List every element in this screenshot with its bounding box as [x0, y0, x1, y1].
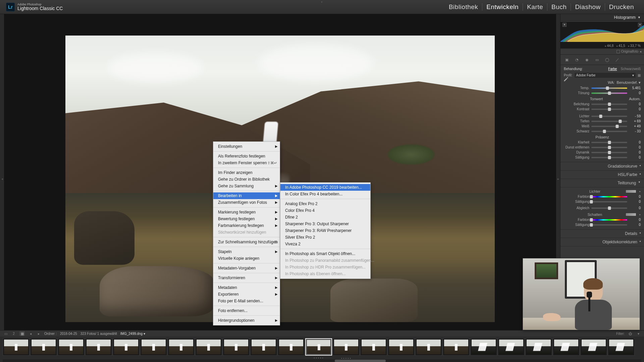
whites-slider[interactable] — [591, 126, 627, 127]
ctx-metadata-presets[interactable]: Metadaten-Vorgaben▶ — [213, 265, 280, 272]
filmstrip-thumb[interactable]: • • • • • — [333, 338, 360, 356]
split-hi-picker-icon[interactable]: ▪ — [636, 189, 641, 193]
clarity-value[interactable]: 0 — [629, 140, 641, 144]
saturation-value[interactable]: 0 — [629, 156, 641, 159]
filmstrip-menu-icon[interactable]: ▾ — [636, 331, 641, 336]
filter-switch-icon[interactable]: ⏻ — [628, 331, 633, 336]
dehaze-slider[interactable] — [591, 147, 627, 148]
filmstrip-thumb[interactable] — [360, 338, 387, 356]
sub-silver-efex[interactable]: Silver Efex Pro 2 — [280, 234, 370, 241]
highlights-slider[interactable] — [591, 116, 627, 117]
monitor-2-button[interactable]: 2 — [11, 331, 16, 336]
ctx-show-in-finder[interactable]: Im Finder anzeigen — [213, 169, 280, 176]
spot-tool-icon[interactable]: ◔ — [573, 56, 581, 63]
filmstrip-thumb[interactable]: • • • • • — [305, 338, 332, 356]
split-hi-hue-slider[interactable] — [591, 196, 627, 197]
filmstrip-thumb[interactable] — [553, 338, 580, 356]
split-sh-picker-icon[interactable]: ▪ — [636, 213, 641, 217]
ctx-set-color-label[interactable]: Farbmarkierung festlegen▶ — [213, 222, 280, 229]
blacks-slider[interactable] — [591, 131, 627, 132]
filmstrip-thumb[interactable] — [195, 338, 222, 356]
filmstrip-thumb[interactable] — [525, 338, 552, 356]
ctx-set-reference[interactable]: Als Referenzfoto festlegen — [213, 153, 280, 160]
filmstrip-thumb[interactable] — [250, 338, 277, 356]
folder-name[interactable]: 2018-04-25 — [60, 332, 77, 336]
blacks-value[interactable]: - 33 — [629, 129, 641, 133]
split-sh-sat-slider[interactable] — [591, 224, 627, 226]
filmstrip-thumb[interactable] — [415, 338, 442, 356]
split-tone-header[interactable]: Teiltonung▼ — [560, 179, 644, 187]
ctx-edit-in[interactable]: Bearbeiten in▶ — [213, 192, 280, 199]
split-hi-preview[interactable] — [626, 190, 636, 193]
split-balance-slider[interactable] — [591, 207, 627, 209]
vibrance-slider[interactable] — [591, 152, 627, 153]
tonecurve-header[interactable]: Gradationskurve◂ — [560, 162, 644, 171]
left-panel-collapse[interactable]: ◂ — [0, 14, 4, 344]
ctx-set-rating[interactable]: Bewertung festlegen▶ — [213, 216, 280, 222]
top-grip[interactable]: ▾ — [321, 0, 323, 4]
split-sh-preview[interactable] — [626, 213, 636, 216]
ctx-photo-merge[interactable]: Zusammenfügen von Fotos▶ — [213, 199, 280, 206]
monitor-1-button[interactable]: ▭ — [3, 331, 8, 336]
highlights-value[interactable]: - 59 — [629, 114, 641, 118]
sub-edit-in-colorefex[interactable]: In Color Efex Pro 4 bearbeiten... — [280, 191, 370, 197]
filmstrip-thumb[interactable] — [113, 338, 140, 356]
radial-tool-icon[interactable]: ◯ — [603, 56, 611, 63]
split-hi-hue-value[interactable]: 0 — [629, 195, 641, 198]
profile-select[interactable]: Adobe Farbe▾ — [575, 73, 636, 78]
brush-tool-icon[interactable]: ／ — [613, 56, 621, 63]
original-photo-row[interactable]: Originalfoto◂ — [560, 49, 644, 55]
split-sh-hue-value[interactable]: 0 — [629, 218, 641, 222]
temp-value[interactable]: 5.481 — [629, 86, 641, 90]
nav-fwd-icon[interactable]: ▸ — [36, 331, 41, 336]
ctx-export[interactable]: Exportieren▶ — [213, 291, 280, 298]
filmstrip-thumb[interactable] — [278, 338, 305, 356]
split-balance-value[interactable]: 0 — [629, 206, 641, 210]
shadows-value[interactable]: + 69 — [629, 119, 641, 123]
exposure-slider[interactable] — [591, 104, 627, 105]
temp-slider[interactable] — [591, 87, 627, 89]
ctx-remove-photo[interactable]: Foto entfernen... — [213, 307, 280, 314]
filmstrip-thumb[interactable] — [608, 338, 635, 356]
filename[interactable]: IMG_2499.dng ▾ — [120, 332, 145, 336]
sub-analog-efex[interactable]: Analog Efex Pro 2 — [280, 200, 370, 207]
detail-header[interactable]: Details◂ — [560, 230, 644, 238]
redeye-tool-icon[interactable]: ◉ — [583, 56, 591, 63]
filmstrip-thumb[interactable] — [30, 338, 57, 356]
highlight-clip-icon[interactable] — [638, 23, 642, 27]
treatment-color[interactable]: Farbe — [608, 67, 617, 71]
ctx-lock-second-window[interactable]: In zweitem Fenster sperren⇧⌘↵ — [213, 160, 280, 166]
nav-book[interactable]: Buch — [547, 3, 571, 11]
nav-slideshow[interactable]: Diashow — [571, 3, 605, 11]
sub-edit-in-photoshop[interactable]: In Adobe Photoshop CC 2019 bearbeiten... — [280, 184, 370, 191]
dehaze-value[interactable]: 0 — [629, 145, 641, 149]
filmstrip-thumb[interactable] — [223, 338, 250, 356]
sub-color-efex[interactable]: Color Efex Pro 4 — [280, 207, 370, 214]
nav-library[interactable]: Bibliothek — [445, 3, 482, 11]
split-hi-sat-value[interactable]: 0 — [629, 200, 641, 203]
split-sh-hue-slider[interactable] — [591, 219, 627, 221]
filmstrip-thumb[interactable] — [443, 338, 470, 356]
ctx-background-options[interactable]: Hintergrundoptionen▶ — [213, 317, 280, 324]
shadow-clip-icon[interactable] — [562, 23, 567, 27]
split-hi-sat-slider[interactable] — [591, 201, 627, 202]
ctx-goto-collection[interactable]: Gehe zu Sammlung▶ — [213, 183, 280, 189]
nav-map[interactable]: Karte — [523, 3, 547, 11]
filmstrip-thumb[interactable] — [498, 338, 525, 356]
sub-viveza[interactable]: Viveza 2 — [280, 241, 370, 247]
crop-tool-icon[interactable]: ▣ — [563, 56, 571, 63]
filmstrip-thumb[interactable] — [140, 338, 167, 356]
whites-value[interactable]: + 49 — [629, 124, 641, 128]
nav-print[interactable]: Drucken — [605, 3, 638, 11]
sub-sharpener-raw[interactable]: Sharpener Pro 3: RAW Presharpener — [280, 227, 370, 234]
saturation-slider[interactable] — [591, 157, 627, 158]
ctx-quick-collection[interactable]: Zur Schnellsammlung hinzufügenB — [213, 239, 280, 245]
profile-browser-icon[interactable]: ▦ — [638, 73, 641, 77]
grid-toggle-icon[interactable]: ▦ — [19, 331, 25, 336]
ctx-metadata[interactable]: Metadaten▶ — [213, 284, 280, 291]
filmstrip-thumb[interactable] — [58, 338, 85, 356]
wb-select[interactable]: Benutzerdef. — [617, 80, 638, 84]
filmstrip-thumb[interactable] — [388, 338, 415, 356]
filmstrip-thumb[interactable] — [580, 338, 607, 356]
ctx-goto-folder[interactable]: Gehe zu Ordner in Bibliothek — [213, 176, 280, 183]
